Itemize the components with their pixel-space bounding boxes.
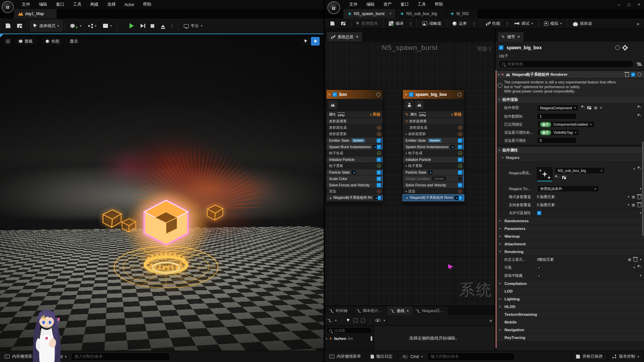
expand-icon[interactable]: ▾ <box>640 211 641 215</box>
add-module-icon[interactable]: + <box>458 164 462 168</box>
bounds-options[interactable]: ⋮ <box>471 21 478 26</box>
menu-item[interactable]: Actor <box>120 0 139 9</box>
curve-filter-input[interactable]: 过滤器 <box>326 327 372 334</box>
asset-tab[interactable]: NS_spawn_burst × <box>343 9 396 18</box>
hidden-checkbox[interactable] <box>537 274 541 278</box>
minimize-button[interactable]: – <box>614 2 624 7</box>
details-group[interactable]: ▸Warmup <box>495 233 644 240</box>
node-enabled-checkbox[interactable] <box>332 92 337 97</box>
row-checkbox[interactable] <box>377 145 381 149</box>
node-row[interactable]: Spawn Burst Instantaneous + <box>403 144 464 150</box>
viewport-options-button[interactable] <box>3 37 12 46</box>
viewport-show-button[interactable]: 显示 <box>66 37 82 46</box>
menu-item[interactable]: 帮助 <box>139 0 156 9</box>
node-row[interactable]: Particle State + <box>403 169 464 175</box>
compile-button[interactable]: 编译 <box>386 18 407 29</box>
add-icon[interactable]: ⊕ <box>632 194 635 199</box>
tab-day1-map[interactable]: day1_Map <box>14 9 57 18</box>
node-row[interactable]: Initialize Particle + <box>403 157 464 163</box>
expand-icon[interactable]: ▾ <box>640 187 641 190</box>
node-row[interactable]: 发射器更新 + <box>403 131 464 137</box>
bottom-tab[interactable]: 曲线 × <box>387 306 412 315</box>
add-module-icon[interactable]: + <box>458 189 462 193</box>
menu-item[interactable]: 资产 <box>379 2 396 7</box>
reset-icon[interactable] <box>637 114 642 119</box>
renderer-visibility-input[interactable]: 0 <box>537 137 577 143</box>
trash-icon[interactable] <box>638 195 641 199</box>
niagara-system-dropdown[interactable]: NS_sub_box_big▾ <box>555 167 605 174</box>
delete-renderer-icon[interactable] <box>625 73 629 77</box>
browse-content-button[interactable] <box>14 20 25 31</box>
filter-icon[interactable] <box>637 62 641 66</box>
add-module-icon[interactable]: + <box>377 151 381 155</box>
node-row[interactable]: 渲染 + <box>403 188 464 194</box>
viewport-lit-button[interactable]: 光照 <box>42 37 63 46</box>
save-button[interactable] <box>327 19 337 28</box>
console-input[interactable]: 输入控制台命令 <box>427 353 515 361</box>
details-group[interactable]: ▸Compilation <box>495 280 644 288</box>
node-row[interactable]: Niagara粒子系统组件 Renderer + <box>326 195 383 201</box>
add-actor-button[interactable]: +▾ <box>67 20 85 31</box>
close-tab-icon[interactable]: × <box>389 11 391 16</box>
blueprints-button[interactable]: ▾ <box>85 20 100 31</box>
details-group[interactable]: ▸HLOD <box>495 303 644 311</box>
console-input[interactable]: 输入控制台命令 <box>71 353 170 361</box>
frame-icon[interactable] <box>361 318 365 322</box>
eject-button[interactable] <box>158 20 168 31</box>
row-checkbox[interactable] <box>458 145 462 149</box>
add-module-icon[interactable]: + <box>377 164 381 168</box>
use-selected-icon[interactable] <box>581 105 586 111</box>
expand-icon[interactable]: ▾ <box>640 274 641 277</box>
details-group[interactable]: ▸Navigation <box>495 326 644 334</box>
info-icon[interactable] <box>458 93 462 97</box>
details-scrollbar[interactable] <box>642 141 644 236</box>
node-row[interactable]: Scale Color + <box>326 176 383 182</box>
stop-button[interactable] <box>148 20 157 31</box>
marquee-icon[interactable] <box>354 318 358 322</box>
node-row[interactable]: 发射器生成 + <box>403 125 464 131</box>
browse-icon[interactable] <box>562 176 566 179</box>
row-checkbox[interactable] <box>377 170 381 175</box>
menu-item[interactable]: 窗口 <box>396 2 413 7</box>
menu-item[interactable]: 帮助 <box>430 2 447 7</box>
move-tool-button[interactable]: ✥ <box>311 37 320 46</box>
cmd-select[interactable]: >_Cmd▾ <box>397 351 427 362</box>
viewport-perspective-button[interactable]: 透视 <box>15 37 37 46</box>
emitter-node-spawn-big-box[interactable]: ▾ spawn_big_box ✎ 属性 CPU +阶段 <box>402 89 464 203</box>
expand-icon[interactable]: ▾ <box>640 258 641 261</box>
browse-icon[interactable] <box>587 106 591 109</box>
curve-type-icon[interactable] <box>327 319 332 322</box>
add-icon[interactable]: ⊕ <box>632 202 635 207</box>
details-group[interactable]: TextureStreaming <box>495 311 644 318</box>
info-icon[interactable] <box>615 45 620 50</box>
scalability-checkbox[interactable] <box>537 211 541 215</box>
node-enabled-checkbox[interactable] <box>409 92 414 97</box>
node-row[interactable]: 发射器摘要 + <box>403 118 464 124</box>
node-row[interactable]: 发射器更新 + <box>326 131 383 137</box>
editor-mode-select[interactable]: 选择模式▾ <box>30 20 62 31</box>
output-log-button[interactable]: 输出日志 <box>366 351 397 362</box>
user-param-box[interactable] <box>405 101 414 109</box>
menu-item[interactable]: 构建 <box>86 0 103 9</box>
details-group[interactable]: Mobile <box>495 318 644 326</box>
component-limit-input[interactable]: 1 <box>537 113 577 119</box>
browse-button[interactable] <box>338 19 348 28</box>
add-module-icon[interactable]: + <box>458 126 462 130</box>
performance-button[interactable]: 性能 <box>483 18 503 29</box>
curve-overflow[interactable]: » <box>489 318 492 323</box>
node-row[interactable]: 粒子更新 + <box>326 163 383 169</box>
details-group[interactable]: ▸Lighting <box>495 295 644 303</box>
component-type-dropdown[interactable]: NiagaraComponent▾ <box>537 105 579 111</box>
renderer-enabled-checkbox[interactable] <box>631 72 635 77</box>
add-module-icon[interactable]: + <box>377 132 381 136</box>
performance-options[interactable]: ⋮ <box>504 21 511 26</box>
add-stage-button[interactable]: +阶段 <box>451 112 462 117</box>
row-checkbox[interactable] <box>377 158 381 162</box>
asset-tab[interactable]: M_002 <box>446 9 478 18</box>
row-checkbox[interactable] <box>458 183 462 187</box>
niagara-system-thumbnail[interactable] <box>537 167 552 181</box>
node-row[interactable]: Particle State + <box>326 169 383 175</box>
add-icon[interactable]: ⊕ <box>628 257 632 262</box>
select-tool-button[interactable] <box>302 37 310 46</box>
add-icon[interactable]: ⊕ <box>594 105 597 110</box>
